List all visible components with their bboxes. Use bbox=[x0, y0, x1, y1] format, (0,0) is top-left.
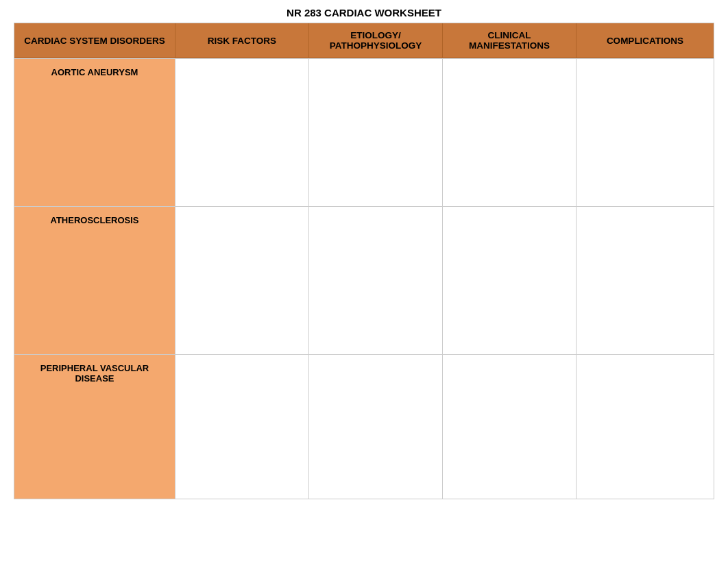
header-disorders: CARDIAC SYSTEM DISORDERS bbox=[14, 23, 175, 58]
cell-pvd-risk[interactable] bbox=[175, 355, 309, 499]
main-table: CARDIAC SYSTEM DISORDERS RISK FACTORS ET… bbox=[14, 23, 714, 499]
row-label-pvd: PERIPHERAL VASCULAR DISEASE bbox=[14, 355, 175, 499]
cell-pvd-etiology[interactable] bbox=[309, 355, 443, 499]
table-row-atherosclerosis: ATHEROSCLEROSIS bbox=[14, 206, 714, 354]
table-row-pvd: PERIPHERAL VASCULAR DISEASE bbox=[14, 354, 714, 499]
cell-athero-complications[interactable] bbox=[577, 207, 714, 354]
cell-aortic-clinical[interactable] bbox=[443, 59, 577, 206]
cell-aortic-risk[interactable] bbox=[175, 59, 309, 206]
row-label-atherosclerosis: ATHEROSCLEROSIS bbox=[14, 207, 175, 354]
cell-pvd-clinical[interactable] bbox=[443, 355, 577, 499]
header-etiology: ETIOLOGY/ PATHOPHYSIOLOGY bbox=[309, 23, 443, 58]
row-label-aortic: AORTIC ANEURYSM bbox=[14, 59, 175, 206]
page-title: NR 283 CARDIAC WORKSHEET bbox=[0, 0, 728, 23]
cell-athero-risk[interactable] bbox=[175, 207, 309, 354]
cell-aortic-complications[interactable] bbox=[577, 59, 714, 206]
cell-athero-etiology[interactable] bbox=[309, 207, 443, 354]
header-clinical: CLINICAL MANIFESTATIONS bbox=[443, 23, 577, 58]
header-complications: COMPLICATIONS bbox=[577, 23, 714, 58]
cell-pvd-complications[interactable] bbox=[577, 355, 714, 499]
table-header: CARDIAC SYSTEM DISORDERS RISK FACTORS ET… bbox=[14, 23, 714, 58]
cell-athero-clinical[interactable] bbox=[443, 207, 577, 354]
table-row-aortic: AORTIC ANEURYSM bbox=[14, 58, 714, 206]
header-risk-factors: RISK FACTORS bbox=[175, 23, 309, 58]
cell-aortic-etiology[interactable] bbox=[309, 59, 443, 206]
